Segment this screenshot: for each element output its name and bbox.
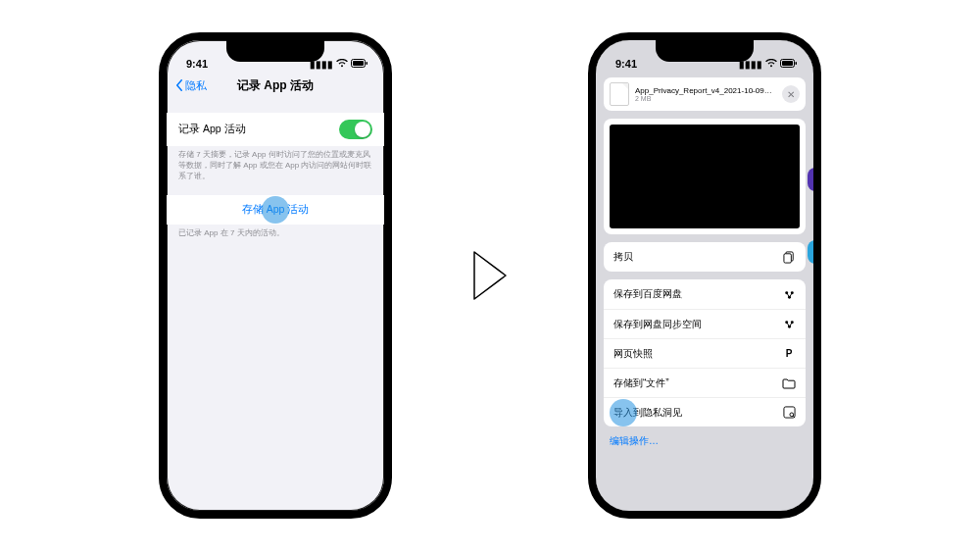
save-activity-button[interactable]: 存储 App 活动 [167, 195, 384, 225]
close-button[interactable]: ✕ [782, 85, 800, 103]
contact-bubble-icon [808, 168, 815, 191]
edit-actions-label: 编辑操作… [610, 435, 659, 446]
status-time: 9:41 [615, 58, 637, 70]
status-icons: ▮▮▮▮ [739, 59, 798, 70]
privacy-app-icon [782, 406, 796, 420]
action-label: 网页快照 [613, 347, 653, 361]
action-save-to-files[interactable]: 存储到“文件” [604, 368, 806, 397]
file-size: 2 MB [635, 95, 776, 102]
nav-bar: 隐私 记录 App 活动 [167, 72, 384, 99]
action-group-copy: 拷贝 [604, 242, 806, 272]
edit-actions-link[interactable]: 编辑操作… [610, 434, 800, 448]
svg-point-15 [789, 413, 793, 417]
baidu-icon [782, 287, 796, 301]
file-name: App_Privacy_Report_v4_2021-10-09T10_08..… [635, 86, 776, 95]
action-label: 保存到百度网盘 [613, 287, 682, 301]
wifi-icon [765, 59, 777, 70]
battery-icon [780, 59, 798, 70]
copy-icon [782, 250, 796, 264]
action-label: 导入到隐私洞见 [613, 406, 682, 420]
toggle-switch[interactable] [339, 120, 372, 139]
file-preview [604, 119, 806, 234]
svg-rect-4 [782, 61, 793, 66]
phone-left: 9:41 ▮▮▮▮ 隐私 记录 App 活动 记录 App 活动 [159, 32, 392, 519]
toggle-label: 记录 App 活动 [178, 123, 246, 136]
svg-rect-5 [796, 62, 798, 65]
wifi-icon [336, 59, 348, 70]
save-note: 已记录 App 在 7 天内的活动。 [167, 225, 384, 239]
phone-right: 9:41 ▮▮▮▮ App_Privacy_Report_v4_2021-10-… [588, 32, 821, 519]
action-label: 存储到“文件” [613, 376, 669, 390]
status-icons: ▮▮▮▮ [310, 59, 368, 70]
baidu-icon [782, 318, 796, 331]
battery-icon [351, 59, 368, 70]
toggle-row[interactable]: 记录 App 活动 [167, 113, 384, 146]
action-web-snapshot[interactable]: 网页快照 P [604, 338, 806, 368]
back-label: 隐私 [185, 78, 207, 93]
status-time: 9:41 [186, 58, 208, 70]
action-group-apps: 保存到百度网盘 保存到网盘同步空间 网页快照 P 存储到“文件” [604, 279, 806, 426]
notch [656, 40, 754, 62]
folder-icon [782, 376, 796, 390]
contact-bubble-icon [808, 240, 815, 264]
page-title: 记录 App 活动 [237, 77, 314, 94]
svg-rect-2 [367, 62, 368, 65]
action-label: 拷贝 [613, 250, 633, 264]
action-label: 保存到网盘同步空间 [613, 318, 702, 331]
notch [226, 40, 324, 62]
preview-content [610, 125, 800, 228]
save-activity-label: 存储 App 活动 [242, 203, 310, 217]
pocket-icon: P [782, 347, 796, 361]
action-copy[interactable]: 拷贝 [604, 242, 806, 272]
airdrop-peek [808, 168, 815, 264]
chevron-left-icon [174, 79, 184, 91]
svg-rect-1 [353, 61, 364, 66]
action-baidu-sync[interactable]: 保存到网盘同步空间 [604, 309, 806, 338]
action-baidu-pan[interactable]: 保存到百度网盘 [604, 279, 806, 309]
svg-rect-7 [783, 253, 790, 262]
document-icon [610, 82, 629, 106]
action-import-privacy[interactable]: 导入到隐私洞见 [604, 397, 806, 426]
close-icon: ✕ [787, 89, 795, 100]
share-header: App_Privacy_Report_v4_2021-10-09T10_08..… [604, 77, 806, 111]
back-button[interactable]: 隐私 [174, 78, 207, 93]
toggle-note: 存储 7 天摘要，记录 App 何时访问了您的位置或麦克风等数据，同时了解 Ap… [167, 146, 384, 181]
